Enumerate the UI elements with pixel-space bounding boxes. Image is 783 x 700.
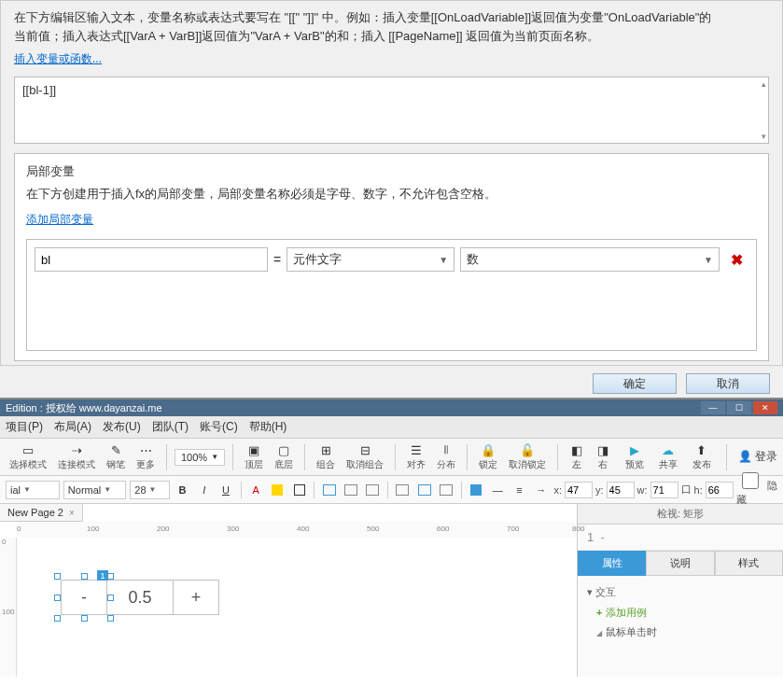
bring-front-button[interactable]: ▣顶层	[241, 441, 267, 473]
line-btn[interactable]: —	[489, 481, 507, 499]
main-toolbar: ▭选择模式 ⇢连接模式 ✎钢笔 ⋯更多 100%▼ ▣顶层 ▢底层 ⊞组合 ⊟取…	[0, 439, 783, 476]
align-icon: ☰	[409, 442, 424, 457]
var-type-dropdown[interactable]: 元件文字▼	[287, 247, 454, 272]
underline-button[interactable]: U	[217, 481, 234, 499]
italic-button[interactable]: I	[195, 481, 213, 499]
share-button[interactable]: ☁共享	[655, 441, 681, 473]
ok-button[interactable]: 确定	[593, 373, 677, 394]
chevron-down-icon: ▼	[704, 255, 713, 265]
preview-button[interactable]: ▶预览	[622, 441, 648, 473]
var-target-dropdown[interactable]: 数▼	[460, 247, 720, 272]
cloud-icon: ☁	[661, 442, 676, 457]
w-input[interactable]	[650, 482, 678, 498]
login-link[interactable]: 👤 登录	[738, 449, 777, 465]
border-color-button[interactable]	[290, 481, 308, 499]
left-icon: ◧	[569, 442, 584, 457]
local-var-row: = 元件文字▼ 数▼ ✖	[26, 239, 757, 351]
tab-properties[interactable]: 属性	[578, 551, 646, 576]
publish-icon: ⬆	[694, 442, 709, 457]
coords-panel: x: y: w: 口h: 隐藏	[553, 472, 777, 507]
align-button[interactable]: ☰对齐	[403, 441, 429, 473]
maximize-button[interactable]: ☐	[727, 401, 751, 414]
stepper-widget: - 1 0.5 +	[61, 580, 219, 615]
right-icon: ◨	[595, 442, 610, 457]
text-color-button[interactable]: A	[247, 481, 265, 499]
expression-textarea[interactable]: [[bl-1]] ▴ ▾	[14, 77, 769, 144]
canvas[interactable]: - 1 0.5 +	[17, 538, 577, 677]
widget-name-field[interactable]: 1 -	[578, 525, 783, 551]
valign-bot[interactable]	[437, 481, 454, 499]
interactions-section[interactable]: ▾ 交互	[587, 581, 774, 603]
minimize-button[interactable]: —	[701, 401, 725, 414]
font-dropdown[interactable]: ial▼	[6, 481, 60, 499]
canvas-area: New Page 2× 0 100 200 300 400 500 600 70…	[0, 504, 578, 677]
menu-publish[interactable]: 发布(U)	[103, 419, 141, 435]
line-style-btn[interactable]: ≡	[510, 481, 528, 499]
x-input[interactable]	[565, 482, 593, 498]
select-mode-button[interactable]: ▭选择模式	[6, 441, 50, 473]
menu-team[interactable]: 团队(T)	[152, 419, 189, 435]
chevron-down-icon: ▼	[439, 255, 448, 265]
close-tab-icon[interactable]: ×	[69, 508, 75, 518]
lock-button[interactable]: 🔒锁定	[475, 441, 501, 473]
tab-notes[interactable]: 说明	[646, 551, 714, 576]
zoom-dropdown[interactable]: 100%▼	[175, 449, 225, 466]
inspector-body: ▾ 交互 添加用例 鼠标单击时	[578, 576, 783, 648]
tab-style[interactable]: 样式	[715, 551, 783, 576]
h-input[interactable]	[706, 482, 734, 498]
local-var-desc: 在下方创建用于插入fx的局部变量，局部变量名称必须是字母、数字，不允许包含空格。	[26, 186, 757, 203]
cancel-button[interactable]: 取消	[686, 373, 770, 394]
number-cell[interactable]: 0.5	[107, 580, 173, 615]
bold-button[interactable]: B	[174, 481, 191, 499]
arrow-btn[interactable]: →	[532, 481, 550, 499]
group-button[interactable]: ⊞组合	[313, 441, 339, 473]
insert-variable-link[interactable]: 插入变量或函数...	[14, 51, 102, 67]
local-var-title: 局部变量	[26, 163, 757, 180]
dialog-buttons: 确定 取消	[0, 366, 783, 398]
more-button[interactable]: ⋯更多	[133, 441, 159, 473]
style-dropdown[interactable]: Normal▼	[63, 481, 126, 499]
var-name-input[interactable]	[35, 247, 268, 272]
y-input[interactable]	[607, 482, 635, 498]
inspector-title: 检视: 矩形	[578, 504, 783, 525]
menu-account[interactable]: 账号(C)	[200, 419, 238, 435]
fill-color-button[interactable]	[269, 481, 287, 499]
workarea: New Page 2× 0 100 200 300 400 500 600 70…	[0, 504, 783, 677]
plus-cell[interactable]: +	[173, 580, 219, 615]
connect-mode-button[interactable]: ⇢连接模式	[54, 441, 99, 473]
valign-mid[interactable]	[415, 481, 433, 499]
distribute-button[interactable]: ⫴分布	[433, 441, 459, 473]
unlock-button[interactable]: 🔓取消锁定	[505, 441, 550, 473]
align-right-button[interactable]: ◨右	[592, 441, 614, 473]
close-button[interactable]: ✕	[753, 401, 777, 414]
scroll-up-icon: ▴	[762, 79, 766, 89]
lock-icon: 🔒	[481, 442, 496, 457]
send-back-button[interactable]: ▢底层	[271, 441, 297, 473]
inspector-panel: 检视: 矩形 1 - 属性 说明 样式 ▾ 交互 添加用例 鼠标单击时	[578, 504, 783, 677]
page-tab[interactable]: New Page 2×	[0, 504, 83, 522]
cursor-icon: ▭	[21, 442, 35, 457]
menu-layout[interactable]: 布局(A)	[54, 419, 91, 435]
pen-icon: ✎	[108, 442, 123, 457]
size-dropdown[interactable]: 28▼	[130, 481, 170, 499]
hidden-checkbox[interactable]: 隐藏	[736, 472, 777, 507]
delete-var-button[interactable]: ✖	[725, 251, 748, 269]
menu-help[interactable]: 帮助(H)	[249, 419, 287, 435]
ungroup-icon: ⊟	[357, 442, 372, 457]
ruler-horizontal: 0 100 200 300 400 500 600 700 800	[17, 522, 577, 539]
add-local-var-link[interactable]: 添加局部变量	[26, 212, 93, 228]
pen-button[interactable]: ✎钢笔	[103, 441, 129, 473]
add-case-link[interactable]: 添加用例	[587, 603, 774, 623]
align-left-text[interactable]	[320, 481, 338, 499]
publish-button[interactable]: ⬆发布	[689, 441, 715, 473]
ungroup-button[interactable]: ⊟取消组合	[343, 441, 387, 473]
align-right-text[interactable]	[364, 481, 382, 499]
valign-top[interactable]	[394, 481, 412, 499]
footnote-badge[interactable]: 1	[97, 570, 108, 581]
fill-btn[interactable]	[467, 481, 484, 499]
align-center-text[interactable]	[342, 481, 359, 499]
menu-project[interactable]: 项目(P)	[6, 419, 43, 435]
align-left-button[interactable]: ◧左	[566, 441, 588, 473]
onclick-event[interactable]: 鼠标单击时	[587, 623, 774, 642]
minus-cell[interactable]: - 1	[61, 580, 107, 615]
